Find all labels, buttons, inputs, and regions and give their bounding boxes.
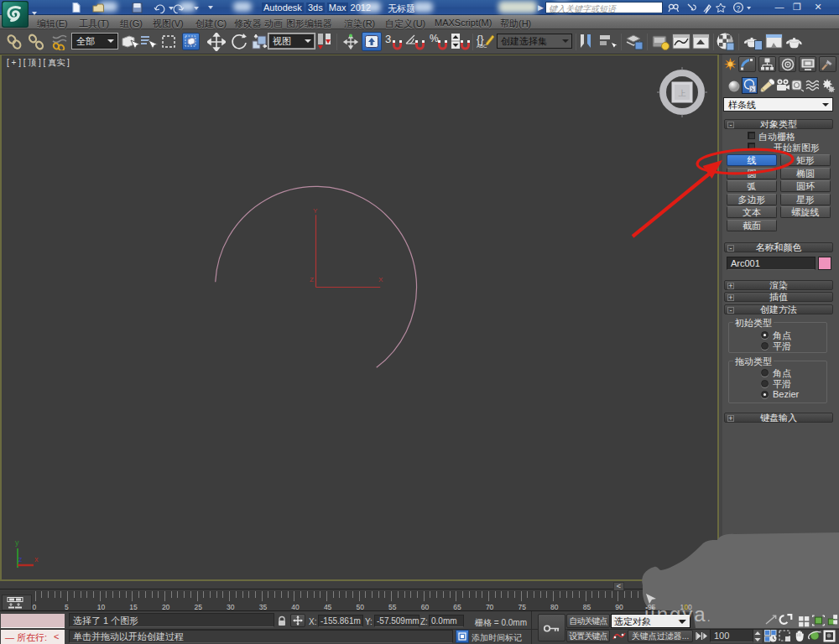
svg-text:?: ? (737, 4, 741, 13)
svg-text:Z: Z (310, 276, 314, 283)
svg-text:z: z (18, 555, 23, 564)
svg-text:X: X (378, 276, 383, 283)
svg-text:y: y (15, 538, 19, 547)
svg-text:x: x (34, 555, 39, 564)
svg-text:Y: Y (313, 207, 318, 215)
